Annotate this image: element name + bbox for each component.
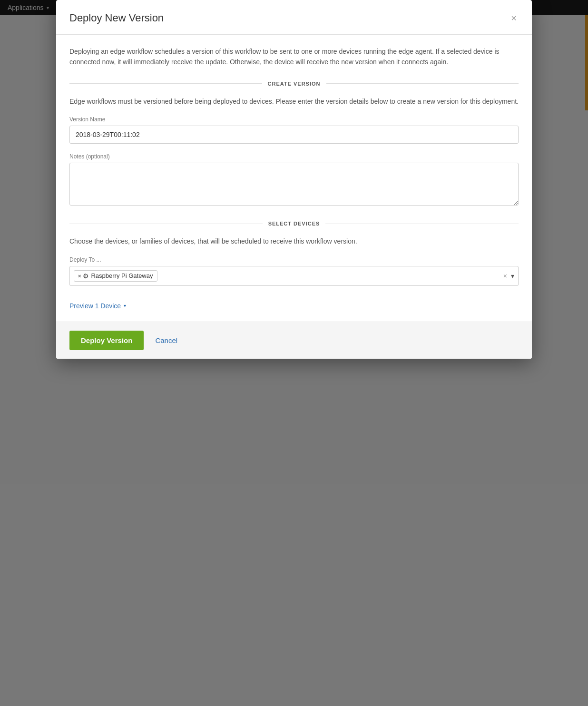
tag-remove-button[interactable]: × (78, 273, 81, 279)
create-version-desc: Edge workflows must be versioned before … (69, 96, 519, 107)
select-devices-desc: Choose the devices, or families of devic… (69, 236, 519, 246)
notes-label: Notes (optional) (69, 153, 519, 160)
divider-line-left-2 (69, 224, 263, 224)
deploy-version-button[interactable]: Deploy Version (69, 331, 144, 350)
version-name-label: Version Name (69, 116, 519, 123)
create-version-label: CREATE VERSION (268, 81, 321, 87)
divider-line-right (326, 83, 519, 84)
version-name-input[interactable] (69, 126, 519, 144)
select-clear-button[interactable]: × (503, 272, 507, 280)
divider-line-right-2 (325, 224, 519, 224)
select-dropdown-button[interactable]: ▾ (511, 272, 514, 280)
divider-line-left (69, 83, 262, 84)
preview-chevron-icon: ▾ (124, 303, 126, 308)
device-icon: ⚙ (83, 272, 89, 280)
modal: Deploy New Version × Deploying an edge w… (56, 0, 532, 359)
modal-footer: Deploy Version Cancel (56, 322, 532, 359)
preview-device-link[interactable]: Preview 1 Device ▾ (69, 302, 126, 310)
deploy-to-select[interactable]: × ⚙ Raspberry Pi Gateway × ▾ (69, 266, 519, 286)
device-name: Raspberry Pi Gateway (91, 272, 153, 279)
notes-input[interactable] (69, 163, 519, 206)
modal-overlay: Deploy New Version × Deploying an edge w… (0, 0, 588, 706)
select-devices-divider: SELECT DEVICES (69, 221, 519, 226)
select-actions: × ▾ (503, 272, 514, 280)
version-name-group: Version Name (69, 116, 519, 144)
preview-link-text: Preview 1 Device (69, 302, 121, 310)
modal-body: Deploying an edge workflow schedules a v… (56, 35, 532, 322)
intro-text: Deploying an edge workflow schedules a v… (69, 46, 519, 68)
select-devices-label: SELECT DEVICES (268, 221, 320, 226)
deploy-to-label: Deploy To ... (69, 256, 519, 263)
modal-header: Deploy New Version × (56, 0, 532, 35)
select-devices-section: SELECT DEVICES Choose the devices, or fa… (69, 221, 519, 310)
device-tag: × ⚙ Raspberry Pi Gateway (74, 270, 157, 282)
modal-close-button[interactable]: × (509, 11, 519, 25)
deploy-to-group: Deploy To ... × ⚙ Raspberry Pi Gateway ×… (69, 256, 519, 286)
modal-title: Deploy New Version (69, 12, 164, 24)
notes-group: Notes (optional) (69, 153, 519, 207)
cancel-button[interactable]: Cancel (151, 331, 181, 350)
create-version-divider: CREATE VERSION (69, 81, 519, 87)
